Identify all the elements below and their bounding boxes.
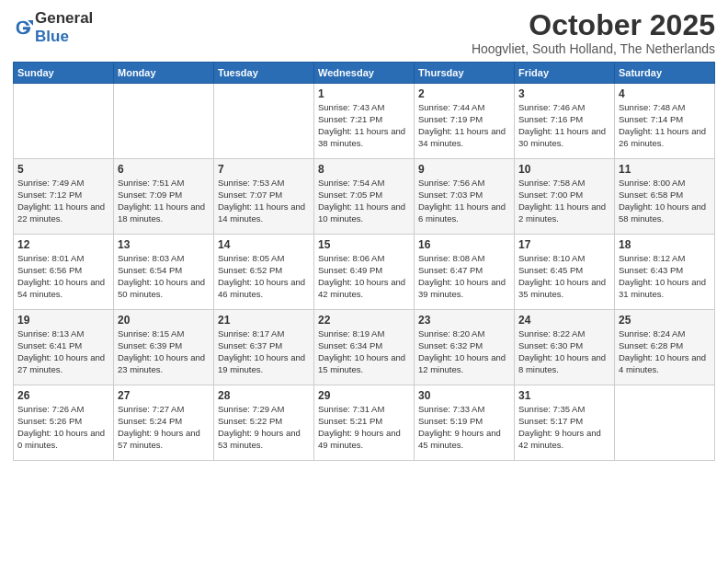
month-title: October 2025 bbox=[472, 9, 715, 41]
cell-4-4: 30Sunrise: 7:33 AM Sunset: 5:19 PM Dayli… bbox=[415, 385, 515, 461]
cell-0-4: 2Sunrise: 7:44 AM Sunset: 7:19 PM Daylig… bbox=[415, 84, 515, 159]
day-number-3-0: 19 bbox=[17, 314, 109, 327]
week-row-2: 12Sunrise: 8:01 AM Sunset: 6:56 PM Dayli… bbox=[14, 235, 715, 310]
day-info-2-1: Sunrise: 8:03 AM Sunset: 6:54 PM Dayligh… bbox=[118, 253, 210, 300]
week-row-4: 26Sunrise: 7:26 AM Sunset: 5:26 PM Dayli… bbox=[14, 385, 715, 461]
title-block: October 2025 Hoogvliet, South Holland, T… bbox=[472, 9, 715, 56]
logo-blue: Blue bbox=[35, 28, 69, 45]
day-number-4-4: 30 bbox=[418, 389, 510, 402]
week-row-3: 19Sunrise: 8:13 AM Sunset: 6:41 PM Dayli… bbox=[14, 310, 715, 385]
day-info-2-5: Sunrise: 8:10 AM Sunset: 6:45 PM Dayligh… bbox=[518, 253, 610, 300]
day-number-2-3: 15 bbox=[318, 238, 410, 251]
day-info-4-3: Sunrise: 7:31 AM Sunset: 5:21 PM Dayligh… bbox=[318, 404, 410, 451]
day-info-2-2: Sunrise: 8:05 AM Sunset: 6:52 PM Dayligh… bbox=[218, 253, 310, 300]
cell-4-0: 26Sunrise: 7:26 AM Sunset: 5:26 PM Dayli… bbox=[14, 385, 114, 461]
day-number-0-5: 3 bbox=[518, 87, 610, 100]
cell-4-6 bbox=[615, 385, 715, 461]
cell-4-1: 27Sunrise: 7:27 AM Sunset: 5:24 PM Dayli… bbox=[114, 385, 214, 461]
logo-text: General Blue bbox=[35, 9, 93, 46]
col-saturday: Saturday bbox=[615, 63, 715, 84]
day-number-0-4: 2 bbox=[418, 87, 510, 100]
cell-3-4: 23Sunrise: 8:20 AM Sunset: 6:32 PM Dayli… bbox=[415, 310, 515, 385]
cell-1-2: 7Sunrise: 7:53 AM Sunset: 7:07 PM Daylig… bbox=[214, 159, 314, 235]
day-info-4-0: Sunrise: 7:26 AM Sunset: 5:26 PM Dayligh… bbox=[17, 404, 109, 451]
cell-0-0 bbox=[14, 84, 114, 159]
day-info-3-3: Sunrise: 8:19 AM Sunset: 6:34 PM Dayligh… bbox=[318, 328, 410, 375]
cell-1-5: 10Sunrise: 7:58 AM Sunset: 7:00 PM Dayli… bbox=[515, 159, 615, 235]
day-number-2-1: 13 bbox=[118, 238, 210, 251]
day-info-1-6: Sunrise: 8:00 AM Sunset: 6:58 PM Dayligh… bbox=[619, 178, 711, 224]
day-number-1-5: 10 bbox=[518, 163, 610, 176]
cell-2-5: 17Sunrise: 8:10 AM Sunset: 6:45 PM Dayli… bbox=[515, 235, 615, 310]
day-number-4-3: 29 bbox=[318, 389, 410, 402]
main-container: General Blue October 2025 Hoogvliet, Sou… bbox=[0, 0, 728, 466]
day-number-3-5: 24 bbox=[518, 314, 610, 327]
day-number-3-6: 25 bbox=[619, 314, 711, 327]
cell-4-3: 29Sunrise: 7:31 AM Sunset: 5:21 PM Dayli… bbox=[314, 385, 415, 461]
col-sunday: Sunday bbox=[14, 63, 114, 84]
day-info-1-4: Sunrise: 7:56 AM Sunset: 7:03 PM Dayligh… bbox=[418, 178, 510, 224]
cell-3-3: 22Sunrise: 8:19 AM Sunset: 6:34 PM Dayli… bbox=[314, 310, 415, 385]
cell-1-3: 8Sunrise: 7:54 AM Sunset: 7:05 PM Daylig… bbox=[314, 159, 415, 235]
day-number-2-5: 17 bbox=[518, 238, 610, 251]
day-number-1-4: 9 bbox=[418, 163, 510, 176]
logo-icon bbox=[13, 17, 33, 38]
week-row-1: 5Sunrise: 7:49 AM Sunset: 7:12 PM Daylig… bbox=[14, 159, 715, 235]
day-number-1-2: 7 bbox=[218, 163, 310, 176]
day-number-1-1: 6 bbox=[118, 163, 210, 176]
cell-1-4: 9Sunrise: 7:56 AM Sunset: 7:03 PM Daylig… bbox=[415, 159, 515, 235]
cell-3-1: 20Sunrise: 8:15 AM Sunset: 6:39 PM Dayli… bbox=[114, 310, 214, 385]
cell-3-0: 19Sunrise: 8:13 AM Sunset: 6:41 PM Dayli… bbox=[14, 310, 114, 385]
day-info-4-4: Sunrise: 7:33 AM Sunset: 5:19 PM Dayligh… bbox=[418, 404, 510, 451]
col-monday: Monday bbox=[114, 63, 214, 84]
day-number-3-4: 23 bbox=[418, 314, 510, 327]
cell-2-0: 12Sunrise: 8:01 AM Sunset: 6:56 PM Dayli… bbox=[14, 235, 114, 310]
cell-3-5: 24Sunrise: 8:22 AM Sunset: 6:30 PM Dayli… bbox=[515, 310, 615, 385]
day-info-1-1: Sunrise: 7:51 AM Sunset: 7:09 PM Dayligh… bbox=[118, 178, 210, 224]
cell-2-3: 15Sunrise: 8:06 AM Sunset: 6:49 PM Dayli… bbox=[314, 235, 415, 310]
day-info-4-1: Sunrise: 7:27 AM Sunset: 5:24 PM Dayligh… bbox=[118, 404, 210, 451]
cell-1-6: 11Sunrise: 8:00 AM Sunset: 6:58 PM Dayli… bbox=[615, 159, 715, 235]
cell-3-6: 25Sunrise: 8:24 AM Sunset: 6:28 PM Dayli… bbox=[615, 310, 715, 385]
day-info-1-5: Sunrise: 7:58 AM Sunset: 7:00 PM Dayligh… bbox=[518, 178, 610, 224]
day-info-2-0: Sunrise: 8:01 AM Sunset: 6:56 PM Dayligh… bbox=[17, 253, 109, 300]
day-number-4-5: 31 bbox=[518, 389, 610, 402]
col-friday: Friday bbox=[515, 63, 615, 84]
day-number-4-1: 27 bbox=[118, 389, 210, 402]
day-number-2-2: 14 bbox=[218, 238, 310, 251]
day-number-1-6: 11 bbox=[619, 163, 711, 176]
cell-0-1 bbox=[114, 84, 214, 159]
cell-2-2: 14Sunrise: 8:05 AM Sunset: 6:52 PM Dayli… bbox=[214, 235, 314, 310]
day-number-1-0: 5 bbox=[17, 163, 109, 176]
day-info-4-5: Sunrise: 7:35 AM Sunset: 5:17 PM Dayligh… bbox=[518, 404, 610, 451]
col-thursday: Thursday bbox=[415, 63, 515, 84]
day-number-3-2: 21 bbox=[218, 314, 310, 327]
day-info-2-3: Sunrise: 8:06 AM Sunset: 6:49 PM Dayligh… bbox=[318, 253, 410, 300]
cell-0-6: 4Sunrise: 7:48 AM Sunset: 7:14 PM Daylig… bbox=[615, 84, 715, 159]
col-tuesday: Tuesday bbox=[214, 63, 314, 84]
cell-0-3: 1Sunrise: 7:43 AM Sunset: 7:21 PM Daylig… bbox=[314, 84, 415, 159]
cell-2-6: 18Sunrise: 8:12 AM Sunset: 6:43 PM Dayli… bbox=[615, 235, 715, 310]
day-info-2-4: Sunrise: 8:08 AM Sunset: 6:47 PM Dayligh… bbox=[418, 253, 510, 300]
calendar-table: Sunday Monday Tuesday Wednesday Thursday… bbox=[13, 62, 715, 461]
day-number-0-3: 1 bbox=[318, 87, 410, 100]
day-info-0-6: Sunrise: 7:48 AM Sunset: 7:14 PM Dayligh… bbox=[619, 102, 711, 149]
day-info-3-0: Sunrise: 8:13 AM Sunset: 6:41 PM Dayligh… bbox=[17, 328, 109, 375]
week-row-0: 1Sunrise: 7:43 AM Sunset: 7:21 PM Daylig… bbox=[14, 84, 715, 159]
day-number-3-1: 20 bbox=[118, 314, 210, 327]
location-subtitle: Hoogvliet, South Holland, The Netherland… bbox=[472, 41, 715, 56]
day-number-2-0: 12 bbox=[17, 238, 109, 251]
day-info-3-2: Sunrise: 8:17 AM Sunset: 6:37 PM Dayligh… bbox=[218, 328, 310, 375]
cell-0-2 bbox=[214, 84, 314, 159]
day-info-0-4: Sunrise: 7:44 AM Sunset: 7:19 PM Dayligh… bbox=[418, 102, 510, 149]
day-number-1-3: 8 bbox=[318, 163, 410, 176]
cell-0-5: 3Sunrise: 7:46 AM Sunset: 7:16 PM Daylig… bbox=[515, 84, 615, 159]
day-number-2-4: 16 bbox=[418, 238, 510, 251]
calendar-header-row: Sunday Monday Tuesday Wednesday Thursday… bbox=[14, 63, 715, 84]
day-info-1-2: Sunrise: 7:53 AM Sunset: 7:07 PM Dayligh… bbox=[218, 178, 310, 224]
cell-2-1: 13Sunrise: 8:03 AM Sunset: 6:54 PM Dayli… bbox=[114, 235, 214, 310]
day-info-1-3: Sunrise: 7:54 AM Sunset: 7:05 PM Dayligh… bbox=[318, 178, 410, 224]
cell-4-5: 31Sunrise: 7:35 AM Sunset: 5:17 PM Dayli… bbox=[515, 385, 615, 461]
logo-general: General bbox=[35, 9, 93, 27]
col-wednesday: Wednesday bbox=[314, 63, 415, 84]
